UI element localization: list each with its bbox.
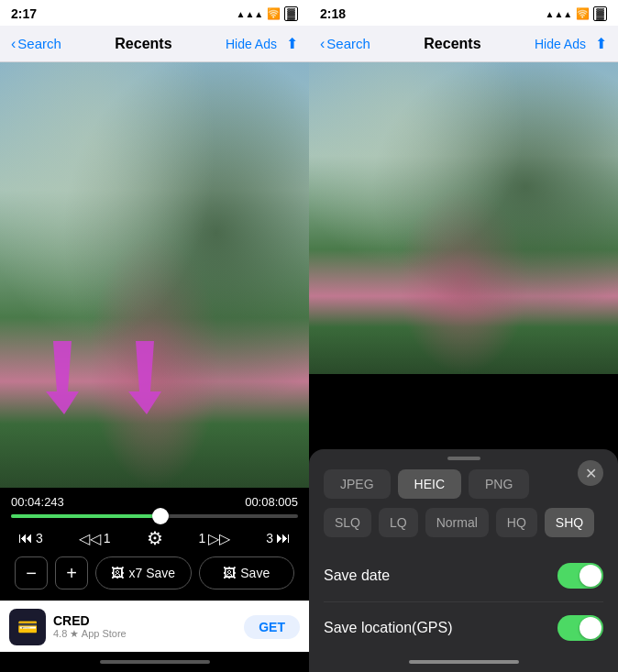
ad-rating: 4.8 ★ App Store [53,628,244,640]
status-icons-right: ▲▲▲ 🛜 ▓ [546,6,607,21]
save-location-row: Save location(GPS) [324,602,603,654]
battery-icon-right: ▓ [593,6,607,21]
hide-ads-button-left[interactable]: Hide Ads [226,37,277,51]
progress-fill [11,514,160,518]
rewind1-icon: ◁◁ [79,530,101,547]
quality-selector: SLQ LQ Normal HQ SHQ [324,508,603,537]
save-date-toggle[interactable] [557,563,603,589]
chevron-left-icon: ‹ [11,36,16,52]
current-time: 00:04:243 [11,495,64,509]
hide-ads-button-right[interactable]: Hide Ads [535,37,586,51]
home-indicator-right [309,652,618,672]
save-x7-label: x7 Save [128,566,175,580]
nav-bar-left: ‹ Search Recents Hide Ads ⬆ [0,26,309,62]
nav-title-right: Recents [424,36,480,52]
ad-app-name: CRED [53,613,244,628]
share-icon-left[interactable]: ⬆ [286,35,298,52]
quality-lq-button[interactable]: LQ [379,508,418,537]
ad-banner: 💳 CRED 4.8 ★ App Store GET [0,600,309,652]
save-label: Save [240,566,270,580]
quality-shq-button[interactable]: SHQ [545,508,594,537]
rewind1-button[interactable]: ◁◁ 1 [79,530,111,547]
back-label-right: Search [326,36,370,51]
save-location-toggle[interactable] [557,615,603,641]
wifi-icon: 🛜 [267,7,281,20]
forward3-label: 3 [266,531,273,545]
share-icon-right[interactable]: ⬆ [595,35,607,52]
gear-icon: ⚙ [147,528,163,548]
save-location-label: Save location(GPS) [324,620,453,636]
rewind3-icon: ⏮ [18,530,33,546]
modal-handle[interactable] [447,457,480,460]
video-thumbnail-left [0,62,309,488]
forward1-label: 1 [198,531,205,545]
save-photo-icon: 🖼 [223,566,236,580]
quality-slq-button[interactable]: SLQ [324,508,371,537]
video-controls: 00:04:243 00:08:005 ⏮ 3 ◁◁ 1 ⚙ 1 ▷▷ [0,488,309,600]
photo-icon: 🖼 [111,566,124,580]
format-selector: JPEG HEIC PNG [324,469,603,499]
nav-actions-right: Hide Ads ⬆ [535,35,607,52]
right-panel: 2:18 ▲▲▲ 🛜 ▓ ‹ Search Recents Hide Ads ⬆… [309,0,618,672]
status-bar-right: 2:18 ▲▲▲ 🛜 ▓ [309,0,618,26]
quality-hq-button[interactable]: HQ [496,508,537,537]
forward3-icon: ⏭ [276,530,291,546]
save-date-label: Save date [324,567,390,584]
status-bar-left: 2:17 ▲▲▲ 🛜 ▓ [0,0,309,26]
time-left: 2:17 [11,6,37,21]
time-right: 2:18 [320,6,346,21]
status-icons-left: ▲▲▲ 🛜 ▓ [237,6,298,21]
chevron-left-icon-right: ‹ [320,36,325,52]
back-label-left: Search [17,36,61,51]
forward1-button[interactable]: 1 ▷▷ [198,530,230,547]
format-jpeg-button[interactable]: JPEG [324,469,391,499]
save-button[interactable]: 🖼 Save [199,556,295,589]
save-x7-button[interactable]: 🖼 x7 Save [95,556,192,589]
nav-bar-right: ‹ Search Recents Hide Ads ⬆ [309,26,618,62]
home-bar-right [409,660,519,664]
back-button-right[interactable]: ‹ Search [320,36,370,52]
save-date-row: Save date [324,550,603,602]
minus-button[interactable]: − [15,556,48,589]
rewind3-label: 3 [36,531,43,545]
rewind3-button[interactable]: ⏮ 3 [18,530,43,546]
forward1-icon: ▷▷ [208,530,230,547]
back-button-left[interactable]: ‹ Search [11,36,61,52]
video-area-right [309,62,618,374]
signal-icon-right: ▲▲▲ [546,9,573,19]
ad-app-icon: 💳 [9,609,46,645]
nav-title-left: Recents [115,36,171,52]
controls-row: ⏮ 3 ◁◁ 1 ⚙ 1 ▷▷ 3 ⏭ [11,527,298,549]
home-bar-left [100,660,210,664]
format-png-button[interactable]: PNG [469,469,529,499]
quality-normal-button[interactable]: Normal [425,508,489,537]
battery-icon: ▓ [284,6,298,21]
nav-actions-left: Hide Ads ⬆ [226,35,298,52]
signal-icon: ▲▲▲ [237,9,264,19]
rewind1-label: 1 [104,531,111,545]
time-display: 00:04:243 00:08:005 [11,495,298,509]
wifi-icon-right: 🛜 [576,7,590,20]
left-panel: 2:17 ▲▲▲ 🛜 ▓ ‹ Search Recents Hide Ads ⬆ [0,0,309,672]
plus-button[interactable]: + [55,556,88,589]
modal-sheet: ✕ JPEG HEIC PNG SLQ LQ Normal HQ SHQ Sav… [309,449,618,672]
progress-bar[interactable] [11,514,298,518]
forward3-button[interactable]: 3 ⏭ [266,530,291,546]
ad-get-button[interactable]: GET [244,615,300,639]
total-time: 00:08:005 [245,495,298,509]
modal-close-button[interactable]: ✕ [578,460,603,486]
progress-thumb[interactable] [152,508,169,524]
video-thumbnail-right [309,62,618,374]
settings-button[interactable]: ⚙ [147,527,163,549]
video-area-left [0,62,309,488]
ad-text: CRED 4.8 ★ App Store [53,613,244,640]
home-indicator-left [0,652,309,672]
format-heic-button[interactable]: HEIC [398,469,461,499]
action-row: − + 🖼 x7 Save 🖼 Save [11,556,298,597]
